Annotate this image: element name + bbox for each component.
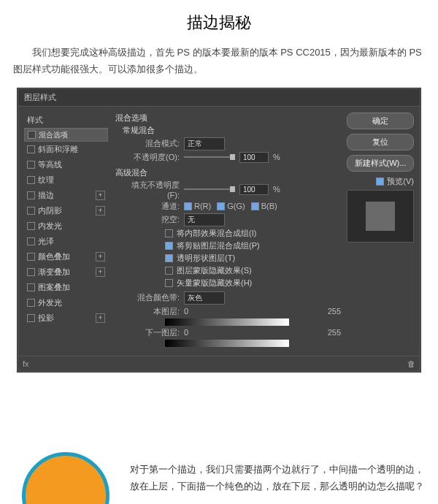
- style-label: 外发光: [38, 297, 105, 308]
- trash-icon[interactable]: 🗑: [407, 359, 415, 368]
- under-a: 0: [184, 328, 188, 337]
- preview-checkbox[interactable]: [376, 177, 384, 186]
- preview-label: 预览(V): [387, 176, 414, 187]
- channel-r-label: R(R): [194, 202, 211, 210]
- page-title: 描边揭秘: [13, 12, 425, 34]
- style-label: 颜色叠加: [38, 251, 93, 262]
- blend-mode-label: 混合模式:: [131, 138, 180, 149]
- option-checkbox[interactable]: [165, 242, 173, 250]
- style-row[interactable]: 图案叠加: [24, 280, 108, 295]
- cancel-button[interactable]: 复位: [347, 134, 414, 150]
- style-row[interactable]: 纹理: [24, 172, 108, 188]
- style-checkbox[interactable]: [27, 253, 35, 261]
- add-effect-icon[interactable]: +: [96, 267, 105, 277]
- style-row[interactable]: 等高线: [24, 157, 108, 172]
- fill-opacity-value[interactable]: 100: [239, 184, 269, 195]
- style-row[interactable]: 斜面和浮雕: [24, 142, 108, 157]
- add-effect-icon[interactable]: +: [96, 313, 105, 323]
- channel-g-checkbox[interactable]: [217, 202, 225, 210]
- fill-opacity-label: 填充不透明度(F):: [131, 180, 180, 199]
- opacity-slider[interactable]: [184, 156, 235, 158]
- style-label: 内阴影: [38, 205, 93, 216]
- add-effect-icon[interactable]: +: [96, 191, 105, 200]
- style-label: 投影: [38, 313, 93, 324]
- this-layer-gradient[interactable]: [165, 318, 289, 326]
- style-label: 混合选项: [39, 130, 104, 140]
- style-row[interactable]: 描边+: [24, 188, 108, 203]
- advanced-option[interactable]: 将内部效果混合成组(I): [165, 228, 341, 239]
- group-general: 常规混合: [123, 125, 341, 136]
- style-label: 纹理: [38, 175, 105, 186]
- fx-icon[interactable]: fx: [23, 359, 29, 368]
- ok-button[interactable]: 确定: [347, 112, 414, 129]
- style-checkbox[interactable]: [27, 268, 35, 276]
- channels-label: 通道:: [131, 201, 180, 212]
- style-checkbox[interactable]: [28, 131, 36, 139]
- option-checkbox[interactable]: [165, 229, 173, 237]
- style-label: 斜面和浮雕: [38, 144, 105, 155]
- style-checkbox[interactable]: [27, 314, 35, 322]
- style-row[interactable]: 混合选项: [24, 129, 108, 142]
- style-checkbox[interactable]: [27, 191, 35, 199]
- style-row[interactable]: 内发光: [24, 218, 108, 234]
- blendif-select[interactable]: 灰色: [184, 291, 225, 305]
- layer-style-dialog: 图层样式 样式 混合选项斜面和浮雕等高线纹理描边+内阴影+内发光光泽颜色叠加+渐…: [18, 88, 420, 372]
- channel-b-checkbox[interactable]: [251, 202, 259, 210]
- new-style-button[interactable]: 新建样式(W)...: [347, 155, 414, 172]
- styles-header: 样式: [24, 112, 108, 129]
- fill-opacity-slider[interactable]: [184, 188, 235, 190]
- option-label: 将内部效果混合成组(I): [177, 228, 256, 239]
- option-checkbox[interactable]: [165, 267, 173, 275]
- knockout-label: 挖空:: [131, 214, 180, 225]
- preview-box: [347, 190, 414, 243]
- dialog-titlebar: 图层样式: [18, 89, 420, 107]
- mid-section-title: 混合选项: [115, 112, 341, 123]
- style-checkbox[interactable]: [27, 161, 35, 169]
- blend-mode-select[interactable]: 正常: [184, 137, 225, 150]
- under-layer-label: 下一图层:: [131, 327, 180, 338]
- option-label: 图层蒙版隐藏效果(S): [177, 265, 252, 276]
- option-checkbox[interactable]: [165, 254, 173, 262]
- advanced-option[interactable]: 透明形状图层(T): [165, 253, 341, 264]
- option-checkbox[interactable]: [165, 279, 173, 287]
- style-checkbox[interactable]: [27, 176, 35, 184]
- style-checkbox[interactable]: [27, 283, 35, 291]
- option-label: 透明形状图层(T): [177, 253, 235, 264]
- group-advanced: 高级混合: [115, 167, 341, 178]
- add-effect-icon[interactable]: +: [96, 206, 105, 215]
- style-row[interactable]: 光泽: [24, 234, 108, 249]
- style-checkbox[interactable]: [27, 222, 35, 230]
- blendif-label: 混合颜色带:: [131, 292, 180, 303]
- style-row[interactable]: 渐变叠加+: [24, 264, 108, 280]
- style-label: 描边: [38, 190, 93, 201]
- opacity-value[interactable]: 100: [239, 152, 269, 163]
- advanced-option[interactable]: 图层蒙版隐藏效果(S): [165, 265, 341, 276]
- under-layer-gradient[interactable]: [165, 340, 289, 347]
- style-row[interactable]: 颜色叠加+: [24, 249, 108, 264]
- option-label: 将剪贴图层混合成组(P): [177, 240, 260, 251]
- style-label: 等高线: [38, 159, 105, 170]
- style-checkbox[interactable]: [27, 237, 35, 245]
- channel-g-label: G(G): [227, 202, 245, 210]
- style-label: 渐变叠加: [38, 267, 93, 278]
- style-row[interactable]: 内阴影+: [24, 203, 108, 218]
- advanced-option[interactable]: 矢量蒙版隐藏效果(H): [165, 278, 341, 289]
- style-checkbox[interactable]: [27, 207, 35, 215]
- sample-text: 对于第一个描边，我们只需要描两个边就行了，中间描一个透明的边，放在上层，下面描一…: [130, 452, 425, 495]
- opacity-unit: %: [273, 153, 280, 161]
- style-checkbox[interactable]: [27, 299, 35, 307]
- channel-r-checkbox[interactable]: [184, 202, 192, 210]
- knockout-select[interactable]: 无: [184, 213, 225, 226]
- this-layer-label: 本图层:: [131, 306, 180, 317]
- style-label: 光泽: [38, 236, 105, 247]
- add-effect-icon[interactable]: +: [96, 252, 105, 261]
- style-row[interactable]: 外发光: [24, 295, 108, 310]
- this-b: 255: [328, 307, 341, 316]
- style-label: 内发光: [38, 221, 105, 232]
- option-label: 矢量蒙版隐藏效果(H): [177, 278, 252, 289]
- style-checkbox[interactable]: [27, 145, 35, 153]
- opacity-label: 不透明度(O):: [131, 152, 180, 163]
- advanced-option[interactable]: 将剪贴图层混合成组(P): [165, 240, 341, 251]
- style-label: 图案叠加: [38, 282, 105, 293]
- style-row[interactable]: 投影+: [24, 310, 108, 326]
